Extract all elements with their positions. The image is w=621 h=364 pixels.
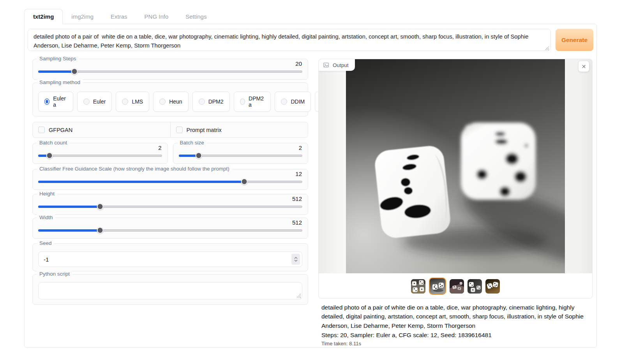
- tab-settings[interactable]: Settings: [177, 9, 215, 24]
- output-gallery: Output ✕: [318, 59, 593, 299]
- batch-size-slider[interactable]: [179, 153, 303, 159]
- slider-handle[interactable]: [241, 178, 247, 185]
- height-slider[interactable]: [38, 204, 302, 210]
- radio-icon: [199, 98, 205, 105]
- width-label: Width: [37, 215, 55, 220]
- slider-handle[interactable]: [97, 203, 104, 210]
- thumbnail-4[interactable]: [468, 279, 482, 294]
- sampling-steps-value: 20: [295, 60, 302, 67]
- width-value: 512: [292, 219, 302, 226]
- info-time-taken: Time taken: 8.11s: [321, 341, 593, 346]
- sampling-steps-slider[interactable]: [38, 69, 302, 75]
- python-script-input[interactable]: [38, 282, 302, 299]
- radio-label: DPM2 a: [249, 95, 265, 108]
- height-value: 512: [292, 195, 302, 202]
- height-label: Height: [37, 191, 57, 197]
- radio-label: DPM2: [208, 98, 224, 105]
- tab-img2img[interactable]: img2img: [63, 9, 102, 24]
- thumbnail-3[interactable]: [450, 279, 464, 294]
- radio-heun[interactable]: Heun: [153, 91, 188, 112]
- tab-extras[interactable]: Extras: [102, 9, 136, 24]
- radio-label: Euler: [93, 98, 106, 105]
- tab-bar: txt2img img2img Extras PNG Info Settings: [24, 8, 597, 24]
- checkbox-icon[interactable]: [176, 127, 183, 133]
- sampling-method-group: Sampling method Euler a Euler LMS: [32, 83, 308, 116]
- slider-handle[interactable]: [97, 227, 104, 234]
- slider-fill: [38, 206, 100, 208]
- cfg-scale-slider[interactable]: [38, 179, 302, 185]
- python-script-group: Python script: [32, 274, 308, 305]
- radio-selected-icon: [44, 98, 49, 105]
- slider-handle[interactable]: [71, 68, 78, 75]
- seed-label: Seed: [37, 240, 54, 246]
- slider-fill: [38, 181, 244, 183]
- gfpgan-checkbox[interactable]: GFPGAN: [33, 122, 170, 137]
- thumbnail-1[interactable]: [411, 279, 425, 294]
- slider-fill: [38, 70, 74, 73]
- sampling-method-label: Sampling method: [37, 79, 83, 85]
- tab-png-info[interactable]: PNG Info: [136, 9, 177, 24]
- thumbnail-5[interactable]: [485, 279, 500, 294]
- seed-stepper[interactable]: [291, 254, 300, 265]
- cfg-scale-label: Classifier Free Guidance Scale (how stro…: [37, 166, 232, 172]
- output-image[interactable]: [346, 59, 565, 273]
- close-icon: ✕: [582, 63, 586, 70]
- gfpgan-label: GFPGAN: [49, 127, 72, 133]
- batch-count-label: Batch count: [37, 140, 69, 146]
- seed-input[interactable]: [38, 251, 302, 267]
- info-prompt-text: detailed photo of a pair of white die on…: [321, 303, 593, 330]
- batch-count-value: 2: [158, 144, 161, 151]
- seed-group: Seed: [32, 243, 308, 271]
- chevron-down-icon: [294, 260, 298, 262]
- radio-icon: [122, 98, 128, 105]
- radio-icon: [159, 98, 166, 105]
- batch-count-group: Batch count 2: [32, 143, 168, 164]
- slider-handle[interactable]: [46, 152, 53, 159]
- radio-label: Euler a: [53, 95, 67, 108]
- radio-label: LMS: [132, 98, 143, 105]
- prompt-matrix-label: Prompt matrix: [187, 127, 222, 133]
- checkbox-icon[interactable]: [38, 127, 45, 133]
- txt2img-panel: detailed photo of a pair of white die on…: [24, 24, 597, 348]
- output-image-stage: [319, 59, 592, 273]
- python-script-label: Python script: [37, 271, 72, 277]
- radio-icon: [240, 98, 245, 105]
- thumbnail-2-selected[interactable]: [429, 278, 446, 295]
- radio-dpm2[interactable]: DPM2: [192, 91, 230, 112]
- close-gallery-button[interactable]: ✕: [579, 61, 589, 72]
- image-icon: [323, 62, 329, 68]
- sampling-steps-group: Sampling Steps 20: [32, 59, 308, 80]
- batch-count-slider[interactable]: [38, 153, 162, 159]
- radio-euler[interactable]: Euler: [77, 91, 112, 112]
- radio-label: Heun: [169, 98, 182, 105]
- toggles-group: GFPGAN Prompt matrix: [32, 122, 308, 138]
- radio-lms[interactable]: LMS: [116, 91, 149, 112]
- sd-webui-window: txt2img img2img Extras PNG Info Settings…: [24, 8, 597, 348]
- radio-euler-a[interactable]: Euler a: [38, 91, 73, 112]
- radio-icon: [281, 98, 287, 105]
- generation-info: detailed photo of a pair of white die on…: [318, 303, 593, 346]
- height-group: Height 512: [32, 194, 308, 215]
- slider-handle[interactable]: [196, 152, 202, 159]
- radio-ddim[interactable]: DDIM: [275, 91, 311, 112]
- generate-button[interactable]: Generate: [556, 29, 593, 51]
- slider-fill: [38, 229, 100, 232]
- thumbnail-strip: [319, 273, 592, 299]
- prompt-input[interactable]: detailed photo of a pair of white die on…: [28, 29, 551, 51]
- slider-track[interactable]: [38, 70, 302, 73]
- prompt-matrix-checkbox[interactable]: Prompt matrix: [170, 122, 308, 137]
- radio-icon: [83, 98, 90, 105]
- output-panel-label: Output: [319, 59, 355, 71]
- sampling-steps-label: Sampling Steps: [37, 56, 79, 62]
- sampling-method-options: Euler a Euler LMS Heun: [38, 91, 302, 112]
- width-group: Width 512: [32, 218, 308, 239]
- output-label-text: Output: [333, 62, 349, 68]
- cfg-scale-value: 12: [295, 171, 302, 177]
- cfg-scale-group: Classifier Free Guidance Scale (how stro…: [32, 169, 308, 190]
- info-params-text: Steps: 20, Sampler: Euler a, CFG scale: …: [321, 331, 593, 339]
- slider-track[interactable]: [38, 155, 162, 157]
- radio-dpm2-a[interactable]: DPM2 a: [234, 91, 271, 112]
- width-slider[interactable]: [38, 227, 302, 234]
- batch-size-label: Batch size: [178, 140, 206, 146]
- tab-txt2img[interactable]: txt2img: [24, 9, 63, 24]
